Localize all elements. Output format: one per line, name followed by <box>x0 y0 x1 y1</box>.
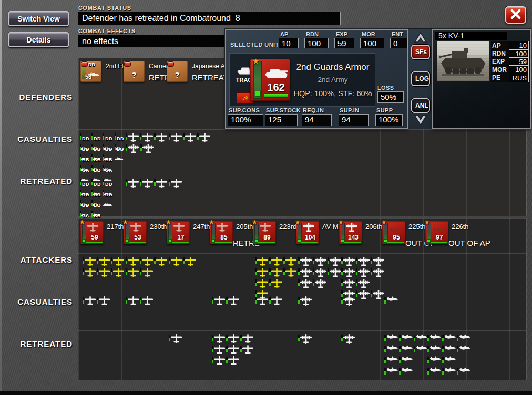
attacker-counter[interactable]: ★ 104 <box>296 221 319 244</box>
aircraft-icon-fighter <box>226 296 239 306</box>
defender-counter[interactable]: DD 58 <box>80 61 101 82</box>
aircraft-icon-bomber <box>298 268 312 278</box>
aircraft-group <box>169 257 196 268</box>
unit-name: 2nd Guards Armor <box>292 62 374 72</box>
sfs-button[interactable]: SFs <box>411 45 430 59</box>
close-button[interactable] <box>505 6 526 24</box>
anl-button[interactable]: ANL <box>411 98 430 113</box>
unit-status: OUT OF AP <box>448 238 490 247</box>
attacker-retreated-row <box>78 330 526 380</box>
strength-tick <box>328 268 329 275</box>
aircraft-icon-bomber <box>126 144 139 154</box>
attacker-counter[interactable]: ★ 143 <box>339 221 362 244</box>
defender-counter[interactable]: ? <box>124 61 145 82</box>
strength-tick <box>169 133 170 140</box>
switch-view-button[interactable]: Switch View <box>8 11 69 26</box>
star-icon: ★ <box>252 57 259 66</box>
attacker-counter[interactable]: ★ 89 <box>253 221 276 244</box>
ship-icon-dd: DD <box>103 143 114 154</box>
strength-tick <box>356 257 357 264</box>
defender-counter[interactable]: ? <box>167 61 188 82</box>
ship-icon-dd: DD <box>115 133 125 143</box>
scroll-down-icon[interactable] <box>414 115 427 127</box>
attacker-counter[interactable]: ★ 97 <box>425 221 448 244</box>
supply-dot <box>298 239 301 243</box>
attackers-counter-row: ★ 59 217th★ 53 230th★ 17 247th★ 85 205th… <box>78 219 526 253</box>
strength-tick <box>356 279 357 286</box>
unit-label: 225th <box>408 223 426 231</box>
strength-tick <box>427 335 429 341</box>
strength-tick <box>341 257 343 264</box>
strength-tick <box>140 133 141 140</box>
stat-ap: AP10 <box>279 31 299 48</box>
attacker-counter[interactable]: ★ 95 <box>382 221 405 244</box>
attacker-counter[interactable]: ★ 17 <box>167 221 190 244</box>
aircraft-icon-fighter <box>197 133 210 142</box>
ship-icon-bb: BB <box>80 154 90 164</box>
aircraft-icon-side <box>427 334 441 341</box>
selected-unit-counter[interactable]: ★ 162 <box>250 59 290 101</box>
attacker-counter[interactable]: ★ 59 <box>80 221 104 244</box>
health-bar <box>431 242 447 243</box>
aircraft-group <box>384 296 398 307</box>
section-label: RETREATED <box>0 339 73 348</box>
attacker-counter[interactable]: ★ 53 <box>124 221 147 244</box>
aircraft-icon-bomber <box>356 279 370 289</box>
attacker-counter[interactable]: ★ 85 <box>210 221 233 244</box>
unit-label: 206th <box>365 223 383 231</box>
strength-tick <box>298 279 300 286</box>
strength-tick <box>126 179 127 186</box>
strength-tick <box>341 279 343 286</box>
star-icon: ★ <box>295 219 301 226</box>
strength-tick <box>427 357 429 363</box>
supply-value: 100% <box>375 114 403 126</box>
aircraft-icon-fighter <box>154 133 167 142</box>
log-button[interactable]: LOG <box>411 71 430 86</box>
aircraft-icon-fighter <box>283 257 296 266</box>
aircraft-icon-fighter <box>183 257 196 266</box>
strength-tick <box>169 179 170 186</box>
attackers-aircraft-row <box>78 253 526 293</box>
side-button-strip: SFsLOGANL <box>408 29 433 129</box>
contact-dot-icon <box>168 62 173 66</box>
supply-label: SUP.STOCK <box>266 107 301 113</box>
strength-tick <box>283 268 285 275</box>
section-label: CASUALTIES <box>0 134 73 143</box>
aircraft-group <box>298 257 341 290</box>
health-bar <box>258 242 275 243</box>
details-button[interactable]: Details <box>8 32 69 47</box>
strength-tick <box>126 268 127 275</box>
strength-tick <box>154 179 156 186</box>
aircraft-icon-fighter <box>255 296 268 306</box>
aircraft-icon-fighter <box>140 179 153 188</box>
aircraft-icon-side <box>399 356 413 363</box>
strength-tick <box>384 346 386 352</box>
aircraft-group <box>126 257 167 279</box>
aircraft-group <box>298 334 312 345</box>
ship-icon-bb: BB <box>103 154 114 164</box>
strength-tick <box>457 368 458 375</box>
detail-stat-rdn: RDN100 <box>492 49 529 57</box>
close-icon <box>510 9 521 19</box>
aircraft-icon-bomber <box>313 257 326 267</box>
aircraft-group <box>169 334 182 345</box>
strength-tick <box>212 346 213 352</box>
ship-icon-dd: DD <box>80 189 90 200</box>
aircraft-group <box>298 296 312 307</box>
strength-tick <box>414 335 415 341</box>
star-icon: ★ <box>252 219 258 226</box>
aircraft-icon-bomber <box>298 296 312 306</box>
strength-tick <box>399 368 401 375</box>
star-icon: ★ <box>381 219 387 226</box>
aircraft-icon-fighter <box>226 356 239 366</box>
aircraft-icon-fighter <box>126 133 139 142</box>
strength-tick <box>126 144 127 151</box>
ship-icon-dd: DD <box>80 133 90 143</box>
tank-silhouette-icon <box>264 67 288 82</box>
strength-tick <box>183 133 185 140</box>
scroll-up-icon[interactable] <box>414 31 427 43</box>
strength-tick <box>457 346 458 352</box>
strength-tick <box>240 335 242 341</box>
aircraft-icon-fighter <box>97 296 110 306</box>
strength-tick <box>126 257 127 264</box>
